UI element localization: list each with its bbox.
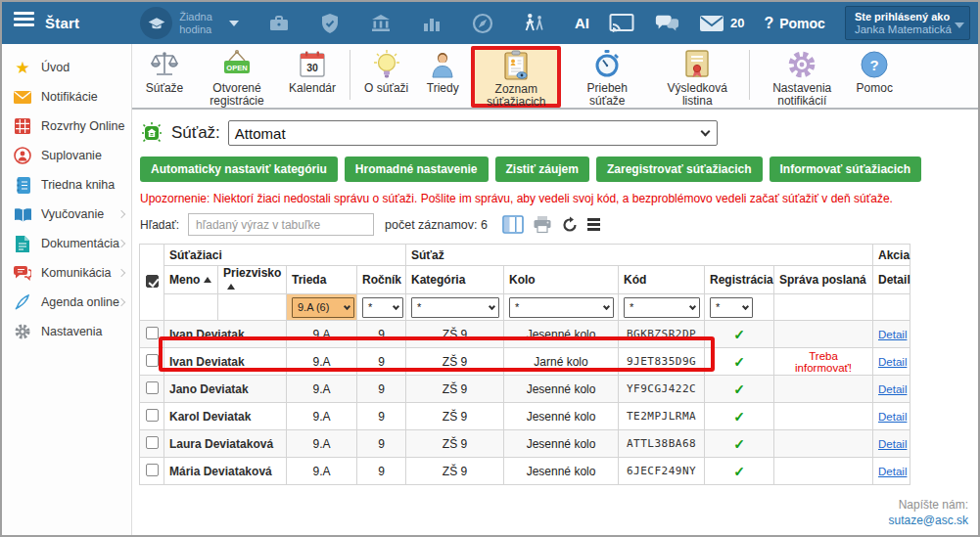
tool-zoznam-sutaziacich[interactable]: Zoznam súťažiacich xyxy=(471,46,561,108)
contact-email-link[interactable]: sutaze@asc.sk xyxy=(888,514,968,527)
registered-check: ✓ xyxy=(705,458,774,485)
registered-check: ✓ xyxy=(705,321,774,348)
tool-otvorene-registracie[interactable]: OPEN Otvorené registrácie xyxy=(192,46,282,108)
gear-icon xyxy=(13,322,32,341)
row-checkbox[interactable] xyxy=(146,464,159,476)
detail-link[interactable]: Detail xyxy=(878,466,907,477)
sidebar-item-triedna-kniha[interactable]: Triedna kniha xyxy=(2,170,131,200)
table-row: Laura Deviataková 9.A 9 ZŠ 9 Jesenné kol… xyxy=(140,430,910,458)
document-icon xyxy=(13,234,32,253)
col-sprava-poslana[interactable]: Správa poslaná xyxy=(774,266,873,294)
app-window: Štart Žiadna hodina xyxy=(0,0,980,537)
help-circle-icon: ? xyxy=(860,49,889,80)
bar-chart-icon[interactable] xyxy=(419,11,444,36)
row-checkbox[interactable] xyxy=(146,436,159,449)
row-checkbox[interactable] xyxy=(146,409,159,422)
col-detail[interactable]: Detail xyxy=(873,266,910,294)
ai-button[interactable]: AI xyxy=(575,15,589,31)
sidebar-item-dokumentacia[interactable]: Dokumentácia xyxy=(2,229,131,258)
compass-icon[interactable] xyxy=(470,11,495,36)
col-kategoria[interactable]: Kategória xyxy=(406,266,504,294)
needs-inform-label: Treba informovať! xyxy=(774,348,873,376)
table-row: Mária Deviataková 9.A 9 ZŠ 9 Jesenné kol… xyxy=(140,458,910,485)
sidebar-item-agenda[interactable]: Agenda online xyxy=(2,288,131,317)
cell-name: Ivan Deviatak xyxy=(164,321,287,348)
search-input[interactable] xyxy=(188,213,374,236)
sidebar-item-rozvrhy[interactable]: Rozvrhy Online xyxy=(2,112,131,141)
filter-registracia-select[interactable]: * xyxy=(710,297,753,318)
tool-o-sutazi[interactable]: O súťaži xyxy=(357,46,415,108)
sidebar-item-uvod[interactable]: ★ Úvod xyxy=(2,53,131,82)
columns-icon[interactable] xyxy=(502,215,524,234)
certificate-icon xyxy=(684,49,710,80)
detail-link[interactable]: Detail xyxy=(878,383,907,395)
col-registracia[interactable]: Registrácia xyxy=(705,266,774,294)
contest-select[interactable]: Attomat xyxy=(228,120,718,146)
current-lesson-dropdown[interactable]: Žiadna hodina xyxy=(140,7,239,39)
detail-link[interactable]: Detail xyxy=(878,329,907,340)
help-button[interactable]: ? Pomoc xyxy=(764,15,824,32)
start-label[interactable]: Štart xyxy=(45,15,79,31)
stopwatch-icon xyxy=(592,49,622,80)
pedestrians-icon[interactable] xyxy=(521,11,546,36)
svg-text:30: 30 xyxy=(306,62,318,73)
filter-kod-select[interactable]: * xyxy=(624,297,700,318)
group-header-action: Akcia xyxy=(873,245,910,266)
detail-link[interactable]: Detail xyxy=(878,438,907,450)
col-priezvisko[interactable]: Priezvisko xyxy=(218,266,287,294)
sidebar-item-suplovanie[interactable]: Suplovanie xyxy=(2,141,131,170)
col-kolo[interactable]: Kolo xyxy=(504,266,619,294)
shield-icon[interactable] xyxy=(317,11,343,36)
screencast-icon[interactable] xyxy=(609,11,634,36)
col-meno[interactable]: Meno xyxy=(164,266,218,294)
star-icon: ★ xyxy=(13,58,32,77)
mail-button[interactable]: 20 xyxy=(699,15,744,32)
tool-vysledkova-listina[interactable]: Výsledková listina xyxy=(652,46,742,108)
cell-name: Karol Deviatak xyxy=(164,403,287,430)
table-row: Ivan Deviatak 9.A 9 ZŠ 9 Jesenné kolo BG… xyxy=(140,321,910,348)
tool-triedy[interactable]: Triedy xyxy=(415,46,470,108)
sidebar: ★ Úvod Notifikácie Rozvrhy Online Suplo xyxy=(2,44,132,535)
filter-trieda-select[interactable]: 9.A (6) xyxy=(292,297,354,318)
records-count: počet záznamov: 6 xyxy=(385,218,488,232)
refresh-icon[interactable] xyxy=(561,216,579,234)
open-book-icon xyxy=(13,204,32,224)
detail-link[interactable]: Detail xyxy=(878,356,907,368)
tool-sutaze[interactable]: Súťaže xyxy=(137,46,192,108)
filter-rocnik-select[interactable]: * xyxy=(362,297,403,318)
contest-selected-value: Attomat xyxy=(235,125,286,142)
tool-priebeh-sutaze[interactable]: Priebeh súťaže xyxy=(562,46,652,108)
col-rocnik[interactable]: Ročník xyxy=(357,266,406,294)
check-interest-button[interactable]: Zistiť záujem xyxy=(495,157,589,182)
row-checkbox[interactable] xyxy=(146,327,159,339)
tool-nastavenia-notifikacii[interactable]: Nastavenia notifikácií xyxy=(757,46,847,108)
bulk-set-button[interactable]: Hromadné nastavenie xyxy=(345,157,489,182)
bank-icon[interactable] xyxy=(368,11,394,36)
filter-kolo-select[interactable]: * xyxy=(509,297,614,318)
row-checkbox[interactable] xyxy=(146,354,159,367)
briefcase-icon[interactable] xyxy=(266,11,292,36)
tool-pomoc[interactable]: ? Pomoc xyxy=(847,46,902,108)
inform-participants-button[interactable]: Informovať súťažiacich xyxy=(770,157,922,182)
chevron-right-icon xyxy=(117,269,125,277)
tool-kalendar[interactable]: 30 Kalendár xyxy=(282,46,343,108)
select-all-checkbox[interactable] xyxy=(146,275,159,288)
sidebar-item-notifikacie[interactable]: Notifikácie xyxy=(2,82,131,112)
print-icon[interactable] xyxy=(533,215,552,234)
sidebar-item-komunikacia[interactable]: Komunikácia xyxy=(2,258,131,288)
sidebar-item-vyucovanie[interactable]: Vyučovanie xyxy=(2,200,131,229)
detail-link[interactable]: Detail xyxy=(878,411,907,423)
auto-category-button[interactable]: Automaticky nastaviť kategóriu xyxy=(140,157,338,182)
col-kod[interactable]: Kód xyxy=(619,266,705,294)
sidebar-item-nastavenia[interactable]: Nastavenia xyxy=(2,317,131,346)
calendar-icon: 30 xyxy=(298,49,327,80)
col-trieda[interactable]: Trieda xyxy=(287,266,357,294)
chat-bubbles-icon[interactable] xyxy=(654,11,679,36)
logged-in-user-dropdown[interactable]: Ste prihlásený ako Janka Matematická xyxy=(845,6,970,40)
lightbulb-icon xyxy=(372,49,401,80)
filter-kategoria-select[interactable]: * xyxy=(411,297,499,318)
row-checkbox[interactable] xyxy=(146,381,159,394)
gear-purple-icon xyxy=(786,49,817,80)
register-participants-button[interactable]: Zaregistrovať súťažiacich xyxy=(596,157,763,182)
chevron-down-icon xyxy=(955,22,964,28)
